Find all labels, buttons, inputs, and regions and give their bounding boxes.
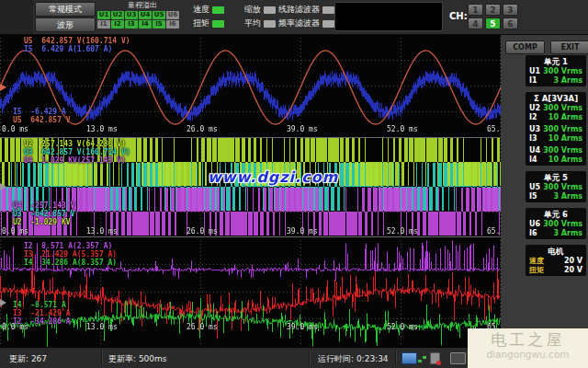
channel-name: U2 — [529, 104, 540, 113]
sidebar-panel-0: 单元 1U1300 VrmsI13 Arms — [526, 55, 586, 86]
freq-filter-indicator — [322, 20, 334, 28]
channel-range-value: 300 Vrms — [543, 125, 582, 134]
overflow-led-i1: I1 — [97, 20, 110, 29]
range-overflow-group: 量程溢出 U1U2U3U4U5U6 I1I2I3I4I5I6 — [97, 1, 187, 29]
channel-button-4[interactable]: 4 — [468, 17, 483, 29]
overflow-i-leds: I1I2I3I4I5I6 — [97, 20, 187, 29]
watermark-title: 电工之屋 — [468, 330, 588, 349]
range-overflow-label: 量程溢出 — [97, 1, 187, 10]
time-tick-label: 26.0 ms — [187, 323, 218, 331]
filter-group: 缩放 线路滤波器 平均 频率滤波器 — [244, 3, 334, 30]
center-watermark: www.dgzi.com — [208, 168, 338, 186]
trace-label-U3: U3 642.857 V(160.714 V) — [24, 148, 130, 156]
channel-name: 速度 — [529, 257, 544, 266]
monitor-icon — [450, 352, 466, 364]
time-tick-label: 13.0 ms — [86, 125, 118, 133]
channel-name: I3 — [529, 134, 537, 144]
sidebar-row-U5: U5300 Vrms — [529, 183, 582, 192]
channel-range-value: 3 Arms — [553, 192, 582, 201]
speed-torque-group: 速度 扭矩 — [193, 3, 224, 30]
channel-name: U1 — [529, 67, 540, 76]
power-analyzer-screen: 常规模式 波形 量程溢出 U1U2U3U4U5U6 I1I2I3I4I5I6 速… — [0, 0, 588, 368]
zoom-label: 缩放 — [244, 4, 261, 16]
overflow-led-i2: I2 — [111, 20, 124, 29]
channel-name: I4 — [529, 155, 537, 165]
time-tick-label: 52.0 ms — [387, 323, 418, 331]
statusbar-separator — [309, 350, 311, 366]
update-count: 更新: 267 — [9, 353, 47, 365]
sidebar-row-I1: I13 Arms — [529, 76, 582, 86]
trace-scale-U5: U5 642.857 V — [13, 116, 71, 124]
channel-button-1[interactable]: 1 — [468, 4, 483, 16]
time-tick-label: 13.0 ms — [86, 227, 118, 236]
torque-indicator — [212, 20, 224, 28]
mode-button-group: 常规模式 波形 — [35, 2, 96, 33]
normal-mode-button[interactable]: 常规模式 — [35, 2, 96, 17]
trace-label-I2: I2 8.571 A(2.357 A) — [24, 242, 112, 250]
usb-device-icon — [430, 352, 440, 364]
exit-button[interactable]: EXIT — [550, 40, 588, 54]
channel-name: U4 — [529, 146, 540, 155]
channel-name: 扭矩 — [529, 266, 544, 275]
trace-label-U2: U2 257.143 V(64.286 V) — [24, 140, 126, 148]
sidebar-panel-title: 单元 6 — [529, 210, 582, 220]
trace-scale-U4: U4 -257.143 V — [13, 201, 74, 210]
sidebar-panel-3: 单元 6U6300 VrmsI63 Arms — [526, 208, 586, 239]
sidebar-row-扭矩: 扭矩20 V — [529, 266, 582, 275]
channel-range-value: 20 V — [564, 257, 582, 266]
speed-label: 速度 — [193, 4, 209, 16]
channel-name: I2 — [529, 113, 537, 122]
channel-name: U3 — [529, 125, 540, 134]
comp-button[interactable]: COMP — [505, 40, 545, 54]
time-tick-label: 52.0 ms — [387, 125, 418, 133]
time-tick-label: 39.0 ms — [287, 323, 318, 331]
channel-name: U5 — [529, 183, 540, 192]
channel-range-value: 3 Arms — [553, 229, 582, 238]
watermark-url: diangongwu.com — [468, 349, 588, 361]
trace-label-I4: I4 34.286 A(8.357 A) — [24, 259, 117, 267]
runtime: 运行时间: 0:23:34 — [318, 353, 389, 365]
sidebar-buttons: COMP EXIT — [505, 40, 588, 54]
channel-range-value: 300 Vrms — [543, 146, 582, 155]
overflow-led-u1: U1 — [97, 11, 110, 19]
sidebar-row-U4: U4300 Vrms — [529, 146, 582, 155]
channel-button-6[interactable]: 6 — [503, 17, 518, 29]
channel-range-value: 10 Arms — [548, 113, 582, 122]
channel-button-5[interactable]: 5 — [485, 17, 501, 29]
sidebar-panel-title: 单元 5 — [529, 173, 582, 183]
overflow-led-u5: U5 — [153, 11, 165, 19]
waveform-mode-button[interactable]: 波形 — [35, 17, 96, 32]
statusbar-separator — [101, 350, 103, 366]
torque-label: 扭矩 — [193, 17, 209, 29]
channel-range-value: 300 Vrms — [543, 67, 582, 76]
time-tick-label: 39.0 ms — [287, 227, 318, 236]
watermark-box: 电工之屋 diangongwu.com — [468, 328, 588, 368]
channel-range-value: 300 Vrms — [543, 104, 582, 113]
trace-scale-U2: U2 -1.029 KV — [13, 218, 71, 226]
trace-label-U4: U4 1.029 KV(257.143 V) — [24, 156, 126, 165]
channel-button-3[interactable]: 3 — [503, 4, 518, 16]
channel-name: U6 — [529, 220, 540, 229]
overflow-led-u2: U2 — [111, 11, 124, 19]
network-icon — [418, 356, 426, 363]
time-tick-label: 13.0 ms — [86, 323, 118, 331]
trace-scale-I4: I4 -8.571 A — [13, 301, 66, 309]
sidebar-panel-4: 电机速度20 V扭矩20 V — [526, 245, 586, 276]
line-filter-indicator — [322, 6, 334, 14]
line-filter-label: 线路滤波器 — [278, 4, 320, 16]
speed-indicator — [212, 6, 224, 14]
overflow-led-u6: U6 — [166, 11, 179, 19]
sidebar-row-U2: U2300 Vrms — [529, 104, 582, 113]
waveform-canvas — [0, 34, 501, 347]
time-tick-label: 0.0 ms — [2, 125, 28, 133]
overflow-led-i6: I6 — [166, 20, 179, 29]
sidebar-panel-title: 单元 1 — [529, 57, 582, 67]
sidebar-row-速度: 速度20 V — [529, 257, 582, 266]
time-tick-label: 39.0 ms — [287, 125, 318, 133]
sidebar-panels: 单元 1U1300 VrmsI13 ArmsΣ A[3V3A]U2300 Vrm… — [526, 55, 586, 282]
time-tick-label: 26.0 ms — [187, 125, 218, 133]
trace-scale-I5: I5 -6.429 A — [13, 108, 66, 116]
channel-name: I5 — [529, 192, 537, 201]
overflow-led-u4: U4 — [139, 11, 152, 19]
channel-button-2[interactable]: 2 — [485, 4, 501, 16]
